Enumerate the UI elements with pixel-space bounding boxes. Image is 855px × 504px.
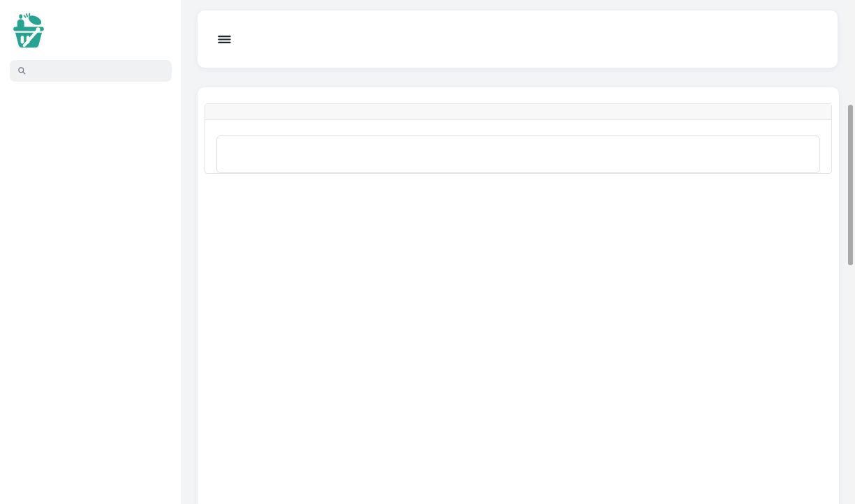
page-scrollbar-track[interactable] — [846, 0, 855, 504]
sidebar — [0, 0, 181, 504]
general-settings-form — [216, 135, 820, 173]
brand-logo-icon — [8, 10, 49, 51]
page-scrollbar-thumb[interactable] — [848, 105, 853, 265]
search-input[interactable] — [32, 65, 165, 77]
panel-header — [205, 104, 831, 120]
search-icon — [17, 66, 27, 77]
brand[interactable] — [0, 8, 181, 52]
sidebar-menu-viewport — [0, 82, 181, 504]
content-card — [198, 87, 839, 504]
panel-body — [205, 120, 831, 173]
header-bar — [198, 10, 838, 68]
menu-toggle-button[interactable] — [216, 31, 232, 47]
sidebar-search[interactable] — [10, 60, 172, 82]
settings-panel — [205, 103, 832, 174]
